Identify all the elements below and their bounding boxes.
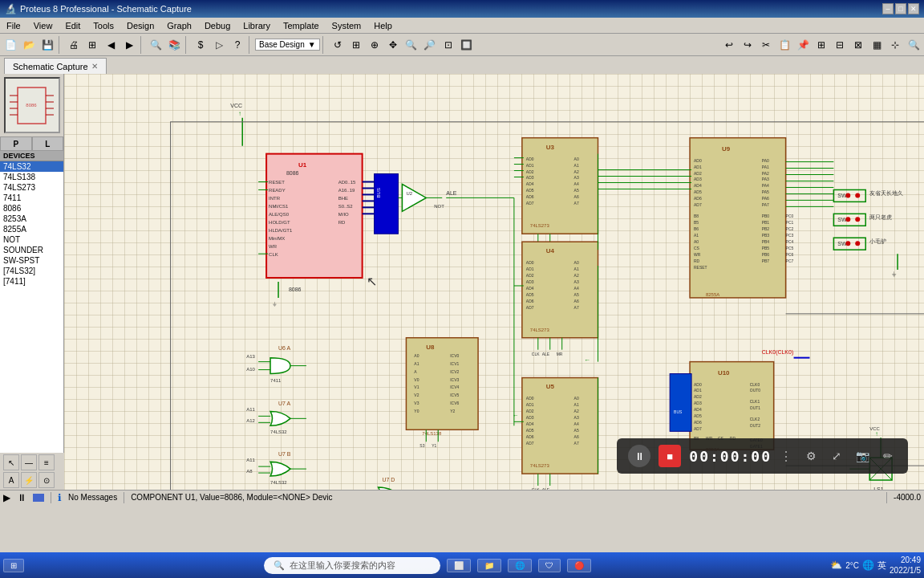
undo-button[interactable]: ↩ bbox=[720, 36, 738, 54]
tb3[interactable]: ⊞ bbox=[83, 36, 101, 54]
menu-file[interactable]: File bbox=[0, 19, 27, 32]
files-button[interactable]: 📁 bbox=[477, 559, 501, 572]
lt-probe[interactable]: ⊙ bbox=[38, 472, 55, 488]
device-list[interactable]: 74LS32 74LS138 74LS273 7411 8086 8253A 8… bbox=[0, 161, 63, 453]
refresh-button[interactable]: ↺ bbox=[329, 36, 346, 54]
save-button[interactable]: 💾 bbox=[38, 36, 56, 54]
svg-text:S3: S3 bbox=[419, 443, 424, 448]
svg-text:A3: A3 bbox=[574, 175, 579, 180]
lt-select[interactable]: ↖ bbox=[3, 454, 19, 470]
paste-button[interactable]: 📌 bbox=[794, 36, 812, 54]
shield-button[interactable]: 🛡 bbox=[538, 559, 561, 572]
svg-text:AD7: AD7 bbox=[694, 426, 702, 431]
menu-design[interactable]: Design bbox=[120, 19, 160, 32]
lt-bus[interactable]: ≡ bbox=[38, 454, 55, 470]
device-7411-b[interactable]: [7411] bbox=[0, 276, 63, 287]
taskview-button[interactable]: ⬜ bbox=[447, 559, 471, 572]
svg-text:RESET: RESET bbox=[269, 180, 285, 185]
zoomfit-button[interactable]: ⊡ bbox=[440, 36, 457, 54]
camera-icon[interactable]: 📷 bbox=[853, 447, 871, 465]
schematic-canvas[interactable]: ↑ VCC U1 8086 RESET READY INTR NMI/CS1 A… bbox=[64, 74, 924, 490]
search-icon: 🔍 bbox=[274, 560, 285, 571]
expand-icon[interactable]: ⤢ bbox=[828, 447, 845, 465]
edit-icon[interactable]: ✏ bbox=[879, 447, 897, 465]
menu-debug[interactable]: Debug bbox=[198, 19, 237, 32]
minimize-button[interactable]: – bbox=[882, 3, 894, 14]
pause-btn-status[interactable]: ⏸ bbox=[17, 492, 26, 503]
open-button[interactable]: 📂 bbox=[20, 36, 38, 54]
device-not[interactable]: NOT bbox=[0, 234, 63, 245]
pause-button[interactable]: ⏸ bbox=[628, 445, 650, 467]
device-7411[interactable]: 7411 bbox=[0, 193, 63, 203]
zoomout-button[interactable]: 🔎 bbox=[421, 36, 439, 54]
cut-button[interactable]: ✂ bbox=[757, 36, 775, 54]
search-button[interactable]: 🔍 bbox=[147, 36, 164, 54]
device-sw-spst[interactable]: SW-SPST bbox=[0, 255, 63, 266]
probe-button[interactable]: $ bbox=[192, 36, 209, 54]
canvas-area[interactable]: ↑ VCC U1 8086 RESET READY INTR NMI/CS1 A… bbox=[64, 74, 924, 490]
lt-wire[interactable]: — bbox=[21, 454, 37, 470]
app1-button[interactable]: 🔴 bbox=[567, 559, 591, 572]
tab-schematic[interactable]: Schematic Capture ✕ bbox=[4, 58, 107, 74]
menu-library[interactable]: Library bbox=[237, 19, 277, 32]
fwd-button[interactable]: ▶ bbox=[120, 36, 138, 54]
menu-template[interactable]: Template bbox=[277, 19, 326, 32]
play-btn[interactable]: ▶ bbox=[3, 492, 10, 503]
lt-power[interactable]: ⚡ bbox=[21, 472, 37, 488]
lang-icon[interactable]: 英 bbox=[877, 560, 886, 572]
svg-text:↑: ↑ bbox=[875, 430, 878, 438]
settings-icon[interactable]: ⚙ bbox=[802, 447, 820, 465]
svg-text:AD6: AD6 bbox=[526, 299, 534, 303]
tab-close-icon[interactable]: ✕ bbox=[91, 62, 98, 71]
svg-text:RD: RD bbox=[694, 258, 700, 263]
menu-view[interactable]: View bbox=[27, 19, 59, 32]
mode-tab-p[interactable]: P bbox=[0, 136, 32, 151]
titlebar-controls[interactable]: – □ ✕ bbox=[882, 3, 919, 14]
print-button[interactable]: 🖨 bbox=[65, 36, 83, 54]
device-74ls32[interactable]: 74LS32 bbox=[0, 161, 63, 172]
help2-button[interactable]: ? bbox=[229, 36, 246, 54]
zoomarea-button[interactable]: 🔲 bbox=[458, 36, 476, 54]
menu-edit[interactable]: Edit bbox=[59, 19, 87, 32]
copy-button[interactable]: 📋 bbox=[776, 36, 793, 54]
pan-button[interactable]: ✥ bbox=[384, 36, 402, 54]
maximize-button[interactable]: □ bbox=[895, 3, 906, 14]
grid-button[interactable]: ⊞ bbox=[347, 36, 365, 54]
back-button[interactable]: ◀ bbox=[102, 36, 120, 54]
start-button[interactable]: ⊞ bbox=[3, 559, 24, 572]
stop-button[interactable]: ■ bbox=[659, 445, 681, 467]
search-bar[interactable]: 🔍 在这里输入你要搜索的内容 bbox=[264, 557, 440, 574]
device-sounder[interactable]: SOUNDER bbox=[0, 245, 63, 255]
menu-tools[interactable]: Tools bbox=[87, 19, 120, 32]
taskbar-left: ⊞ bbox=[3, 559, 24, 572]
redo-button[interactable]: ↪ bbox=[739, 36, 756, 54]
run-button[interactable]: ▷ bbox=[210, 36, 228, 54]
menu-graph[interactable]: Graph bbox=[160, 19, 198, 32]
svg-text:AD2: AD2 bbox=[526, 169, 534, 174]
tb-r6[interactable]: ⊟ bbox=[831, 36, 849, 54]
new-button[interactable]: 📄 bbox=[2, 36, 19, 54]
device-74ls273[interactable]: 74LS273 bbox=[0, 182, 63, 193]
menu-system[interactable]: System bbox=[326, 19, 368, 32]
device-8253a[interactable]: 8253A bbox=[0, 214, 63, 224]
lib-button[interactable]: 📚 bbox=[165, 36, 183, 54]
browser-button[interactable]: 🌐 bbox=[508, 559, 532, 572]
device-74ls138[interactable]: 74LS138 bbox=[0, 172, 63, 182]
menu-help[interactable]: Help bbox=[367, 19, 399, 32]
device-8086[interactable]: 8086 bbox=[0, 203, 63, 214]
tb-r8[interactable]: ▦ bbox=[868, 36, 886, 54]
tb-r9[interactable]: ⊹ bbox=[886, 36, 904, 54]
tb-r7[interactable]: ⊠ bbox=[849, 36, 867, 54]
device-74ls32-b[interactable]: [74LS32] bbox=[0, 266, 63, 276]
device-8255a[interactable]: 8255A bbox=[0, 224, 63, 234]
lt-label[interactable]: A bbox=[3, 472, 19, 488]
svg-text:WR: WR bbox=[694, 252, 701, 257]
zoomin-button[interactable]: 🔍 bbox=[403, 36, 420, 54]
origin-button[interactable]: ⊕ bbox=[366, 36, 383, 54]
tb-r10[interactable]: 🔍 bbox=[905, 36, 922, 54]
tb-r5[interactable]: ⊞ bbox=[813, 36, 830, 54]
stop-btn-status[interactable] bbox=[33, 494, 44, 502]
design-mode-dropdown[interactable]: Base Design ▼ bbox=[255, 39, 320, 51]
mode-tab-l[interactable]: L bbox=[32, 136, 64, 151]
close-button[interactable]: ✕ bbox=[908, 3, 919, 14]
